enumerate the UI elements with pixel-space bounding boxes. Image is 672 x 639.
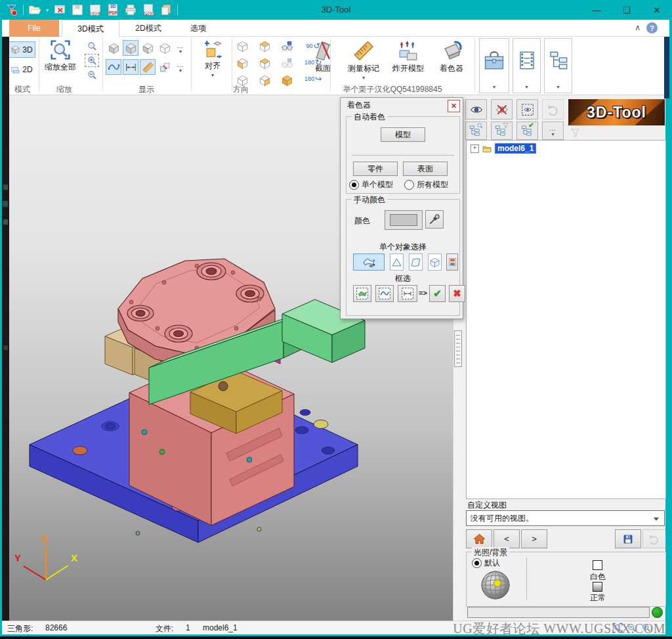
shader-panel-title[interactable]: 着色器 bbox=[341, 98, 463, 112]
tree-search-button[interactable] bbox=[465, 121, 487, 140]
eye-icon bbox=[469, 103, 484, 116]
auto-color-surfaces-button[interactable]: 表面 bbox=[403, 162, 448, 176]
tree-filter-button[interactable] bbox=[491, 121, 513, 140]
orient-view-5-button[interactable] bbox=[257, 56, 272, 71]
brand-logo: 3D-Tool bbox=[568, 99, 665, 125]
model-tree-button[interactable]: ▾ bbox=[544, 38, 572, 93]
tab-options[interactable]: 选项 bbox=[178, 20, 219, 37]
export-png-icon[interactable]: PNG bbox=[142, 3, 155, 16]
color-swatch[interactable] bbox=[385, 210, 423, 230]
mode-3d-button[interactable]: 3D bbox=[8, 41, 35, 58]
orient-view-9-button[interactable] bbox=[280, 73, 295, 88]
save-file-icon[interactable] bbox=[71, 3, 84, 16]
section-button[interactable]: 截面 bbox=[308, 39, 338, 81]
previous-view-button[interactable]: < bbox=[494, 529, 520, 548]
display-wireframe-button[interactable] bbox=[157, 40, 173, 56]
display-curves-button[interactable] bbox=[106, 59, 121, 75]
model-shank[interactable] bbox=[219, 382, 228, 391]
eyedropper-button[interactable] bbox=[425, 210, 444, 229]
orient-view-2-button[interactable] bbox=[257, 39, 272, 54]
show-button[interactable] bbox=[465, 99, 487, 120]
select-body-button[interactable] bbox=[428, 253, 442, 271]
background-normal-button[interactable] bbox=[593, 582, 602, 592]
select-palette-button[interactable] bbox=[446, 253, 458, 271]
cancel-button[interactable]: ✖ bbox=[449, 285, 465, 302]
display-shaded-edges-button[interactable] bbox=[123, 40, 138, 56]
tree-more-button[interactable]: …▾ bbox=[542, 121, 564, 140]
save-view-button[interactable] bbox=[615, 529, 641, 548]
orientation-group-label: 方向 bbox=[233, 84, 266, 95]
tools-group-label: 举个栗子汉化QQ541998845 bbox=[310, 84, 474, 95]
explode-button[interactable]: 炸开模型 bbox=[388, 39, 429, 81]
undo-visibility-button[interactable] bbox=[542, 99, 564, 120]
align-button[interactable]: 对齐▾ bbox=[195, 39, 230, 87]
confirm-button[interactable]: ✔ bbox=[429, 285, 446, 302]
single-model-radio[interactable]: 单个模型 bbox=[349, 179, 393, 190]
print-icon[interactable] bbox=[124, 3, 137, 16]
zoom-window-button[interactable] bbox=[85, 54, 99, 67]
model-tree[interactable]: + model6_1 bbox=[466, 140, 666, 499]
display-dimensions-button[interactable] bbox=[123, 59, 138, 75]
animation-button[interactable]: ▾ bbox=[513, 38, 541, 93]
select-face-button[interactable] bbox=[409, 253, 423, 271]
auto-color-parts-button[interactable]: 零件 bbox=[353, 162, 398, 176]
maximize-button[interactable]: ❑ bbox=[612, 0, 642, 20]
mode-2d-button[interactable]: 2D bbox=[8, 61, 35, 77]
caret-icon: ▾ bbox=[211, 73, 214, 78]
orient-view-3-button[interactable] bbox=[280, 39, 295, 54]
tab-3d-mode[interactable]: 3D模式 bbox=[62, 20, 119, 38]
toolbox-button[interactable]: ▾ bbox=[479, 38, 509, 93]
tree-check-button[interactable]: ✔ bbox=[516, 121, 538, 140]
export-exe-icon[interactable]: EXE bbox=[89, 3, 102, 16]
shader-panel-close-icon[interactable]: ✕ bbox=[448, 100, 460, 112]
orient-view-1-button[interactable] bbox=[235, 39, 250, 54]
export-3dpdf-icon[interactable]: 3DPDF bbox=[106, 3, 119, 16]
hide-button[interactable] bbox=[491, 99, 513, 120]
next-view-button[interactable]: > bbox=[521, 529, 547, 548]
tab-2d-mode[interactable]: 2D模式 bbox=[122, 20, 175, 37]
default-view-button[interactable] bbox=[466, 529, 492, 548]
box-select-dimensions-button[interactable] bbox=[398, 285, 417, 302]
zoom-out-button[interactable] bbox=[85, 68, 99, 81]
light-sphere-control[interactable] bbox=[480, 569, 511, 601]
qat-separator bbox=[23, 5, 24, 15]
zoom-all-button[interactable]: 缩放全部 bbox=[41, 39, 79, 80]
display-half-section-button[interactable] bbox=[140, 40, 156, 56]
display-more-row1-button[interactable]: …▾ bbox=[174, 42, 187, 54]
show-only-selection-button[interactable] bbox=[516, 99, 538, 120]
app-logo-icon[interactable] bbox=[5, 3, 18, 16]
tree-expand-icon[interactable]: + bbox=[471, 144, 479, 153]
all-models-radio[interactable]: 所有模型 bbox=[404, 179, 448, 190]
tree-root-row[interactable]: + model6_1 bbox=[467, 141, 665, 154]
box-select-surfaces-button[interactable] bbox=[353, 285, 371, 302]
display-move-parts-button[interactable] bbox=[157, 59, 173, 75]
open-file-caret-icon[interactable]: ▾ bbox=[46, 7, 49, 13]
open-file-icon[interactable] bbox=[28, 3, 41, 16]
orient-view-4-button[interactable] bbox=[235, 56, 250, 71]
help-icon[interactable]: ? bbox=[646, 22, 658, 33]
measure-button[interactable]: 测量标记▾ bbox=[342, 39, 385, 87]
select-surface-button[interactable] bbox=[353, 253, 385, 271]
lighting-default-radio[interactable]: 默认 bbox=[472, 558, 500, 569]
background-white-button[interactable] bbox=[593, 560, 602, 570]
copy-view-icon[interactable] bbox=[159, 3, 173, 16]
collapse-ribbon-icon[interactable]: ∧ bbox=[635, 23, 640, 32]
zoom-in-button[interactable] bbox=[85, 39, 99, 53]
tree-item-label[interactable]: model6_1 bbox=[495, 143, 536, 154]
minimize-button[interactable]: — bbox=[581, 0, 612, 20]
select-triangle-button[interactable] bbox=[390, 253, 404, 271]
splitter-grip[interactable] bbox=[454, 330, 462, 367]
display-more-row2-button[interactable]: …▾ bbox=[174, 61, 187, 73]
radio-icon bbox=[404, 180, 414, 190]
restore-view-button[interactable] bbox=[642, 529, 666, 548]
close-button[interactable]: ✕ bbox=[642, 0, 672, 20]
shader-button[interactable]: 着色器 bbox=[432, 39, 471, 81]
display-shaded-button[interactable] bbox=[106, 40, 121, 56]
custom-views-dropdown[interactable]: 没有可用的视图。 bbox=[466, 510, 665, 526]
close-file-icon[interactable] bbox=[53, 3, 66, 16]
display-measurements-button[interactable] bbox=[140, 59, 156, 75]
auto-color-model-button[interactable]: 模型 bbox=[381, 127, 425, 142]
tab-file[interactable]: File bbox=[9, 20, 59, 37]
box-select-curves-button[interactable] bbox=[375, 285, 394, 302]
orient-view-6-button[interactable] bbox=[280, 56, 295, 71]
